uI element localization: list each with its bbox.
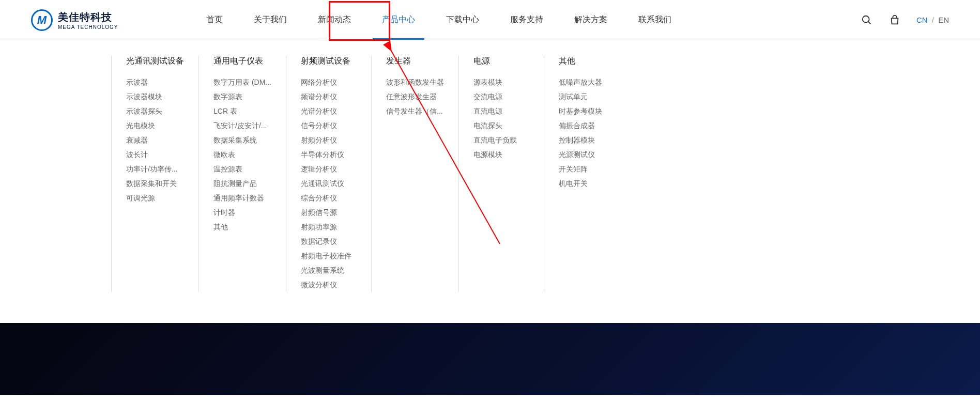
col-item[interactable]: 数字源表: [213, 89, 271, 104]
col-item[interactable]: 阻抗测量产品: [213, 176, 271, 191]
logo-text-en: MEGA TECHNOLOGY: [58, 24, 118, 30]
footer-band: [0, 323, 980, 395]
col-item[interactable]: 半导体分析仪: [301, 147, 357, 162]
col-item[interactable]: 测试单元: [559, 89, 615, 104]
col-item[interactable]: 任意波形发生器: [386, 89, 444, 104]
col-item[interactable]: 频谱分析仪: [301, 89, 357, 104]
logo[interactable]: M 美佳特科技 MEGA TECHNOLOGY: [31, 9, 118, 31]
col-item[interactable]: 光通讯测试仪: [301, 176, 357, 191]
col-item[interactable]: 偏振合成器: [559, 118, 615, 133]
col-item[interactable]: 射频电子校准件: [301, 249, 357, 263]
col-item[interactable]: 数据采集系统: [213, 133, 271, 147]
dropdown-col-3: 发生器波形和函数发生器任意波形发生器信号发生器（信...: [371, 56, 458, 292]
nav-item-5[interactable]: 服务支持: [495, 0, 559, 40]
col-item[interactable]: 网络分析仪: [301, 75, 357, 89]
col-item[interactable]: 电源模块: [473, 147, 529, 162]
col-item[interactable]: 光电模块: [126, 118, 184, 133]
logo-icon: M: [31, 9, 53, 31]
col-title: 光通讯测试设备: [126, 56, 184, 67]
col-item[interactable]: 飞安计/皮安计/...: [213, 118, 271, 133]
dropdown-col-5: 其他低噪声放大器测试单元时基参考模块偏振合成器控制器模块光源测试仪开关矩阵机电开…: [544, 56, 629, 292]
svg-line-1: [868, 21, 871, 24]
col-item[interactable]: 示波器: [126, 75, 184, 89]
col-item[interactable]: 信号发生器（信...: [386, 104, 444, 118]
col-item[interactable]: 综合分析仪: [301, 191, 357, 205]
site-header: M 美佳特科技 MEGA TECHNOLOGY 首页关于我们新闻动态产品中心下载…: [0, 0, 980, 40]
col-item[interactable]: 示波器探头: [126, 104, 184, 118]
nav-item-3[interactable]: 产品中心: [366, 0, 431, 40]
col-item[interactable]: 通用频率计数器: [213, 191, 271, 205]
main-nav: 首页关于我们新闻动态产品中心下载中心服务支持解决方案联系我们: [191, 0, 687, 40]
col-item[interactable]: 数字万用表 (DM...: [213, 75, 271, 89]
header-right: CN / EN: [861, 14, 949, 26]
col-item[interactable]: 逻辑分析仪: [301, 162, 357, 176]
lang-en[interactable]: EN: [938, 16, 949, 24]
col-item[interactable]: 控制器模块: [559, 133, 615, 147]
col-title: 发生器: [386, 56, 444, 67]
language-switch: CN / EN: [916, 16, 949, 24]
col-item[interactable]: 射频信号源: [301, 205, 357, 220]
col-item[interactable]: 波长计: [126, 147, 184, 162]
dropdown-col-0: 光通讯测试设备示波器示波器模块示波器探头光电模块衰减器波长计功率计/功率传...…: [111, 56, 198, 292]
col-item[interactable]: 开关矩阵: [559, 162, 615, 176]
col-item[interactable]: 示波器模块: [126, 89, 184, 104]
lang-sep: /: [932, 16, 934, 24]
col-item[interactable]: 直流电子负载: [473, 133, 529, 147]
col-item[interactable]: 射频分析仪: [301, 133, 357, 147]
col-item[interactable]: 其他: [213, 220, 271, 234]
logo-text-cn: 美佳特科技: [58, 10, 118, 24]
col-item[interactable]: 功率计/功率传...: [126, 162, 184, 176]
col-item[interactable]: 光波测量系统: [301, 263, 357, 277]
col-item[interactable]: 光谱分析仪: [301, 104, 357, 118]
dropdown-col-4: 电源源表模块交流电源直流电源电流探头直流电子负载电源模块: [458, 56, 544, 292]
col-title: 通用电子仪表: [213, 56, 271, 67]
dropdown-col-1: 通用电子仪表数字万用表 (DM...数字源表LCR 表飞安计/皮安计/...数据…: [198, 56, 286, 292]
col-title: 射频测试设备: [301, 56, 357, 67]
nav-item-7[interactable]: 联系我们: [623, 0, 687, 40]
col-item[interactable]: 直流电源: [473, 104, 529, 118]
col-item[interactable]: 波形和函数发生器: [386, 75, 444, 89]
col-item[interactable]: 信号分析仪: [301, 118, 357, 133]
svg-point-0: [863, 16, 869, 22]
col-item[interactable]: 可调光源: [126, 191, 184, 205]
nav-item-6[interactable]: 解决方案: [559, 0, 623, 40]
nav-item-1[interactable]: 关于我们: [238, 0, 302, 40]
col-item[interactable]: 源表模块: [473, 75, 529, 89]
nav-item-2[interactable]: 新闻动态: [302, 0, 366, 40]
col-title: 电源: [473, 56, 529, 67]
col-item[interactable]: 光源测试仪: [559, 147, 615, 162]
nav-item-4[interactable]: 下载中心: [431, 0, 495, 40]
col-item[interactable]: 温控源表: [213, 162, 271, 176]
col-item[interactable]: 时基参考模块: [559, 104, 615, 118]
bag-icon[interactable]: [889, 14, 901, 26]
col-item[interactable]: 微欧表: [213, 147, 271, 162]
dropdown-col-2: 射频测试设备网络分析仪频谱分析仪光谱分析仪信号分析仪射频分析仪半导体分析仪逻辑分…: [286, 56, 371, 292]
col-item[interactable]: 衰减器: [126, 133, 184, 147]
col-item[interactable]: 射频功率源: [301, 220, 357, 234]
col-item[interactable]: 计时器: [213, 205, 271, 220]
col-item[interactable]: 机电开关: [559, 176, 615, 191]
col-item[interactable]: LCR 表: [213, 104, 271, 118]
col-item[interactable]: 低噪声放大器: [559, 75, 615, 89]
col-item[interactable]: 微波分析仪: [301, 277, 357, 292]
col-item[interactable]: 数据记录仪: [301, 234, 357, 249]
col-item[interactable]: 电流探头: [473, 118, 529, 133]
lang-cn[interactable]: CN: [916, 16, 928, 24]
col-item[interactable]: 数据采集和开关: [126, 176, 184, 191]
col-title: 其他: [559, 56, 615, 67]
products-dropdown: 光通讯测试设备示波器示波器模块示波器探头光电模块衰减器波长计功率计/功率传...…: [111, 40, 980, 313]
col-item[interactable]: 交流电源: [473, 89, 529, 104]
nav-item-0[interactable]: 首页: [191, 0, 238, 40]
search-icon[interactable]: [861, 14, 873, 26]
